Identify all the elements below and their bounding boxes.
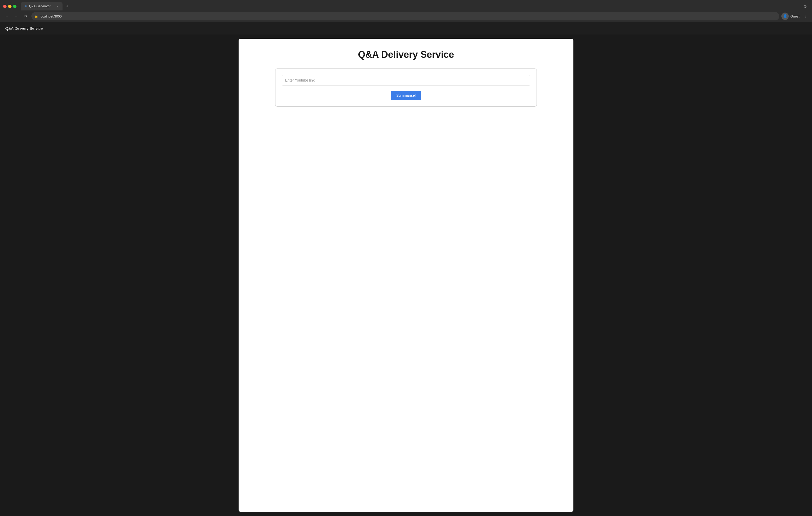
forward-button[interactable]: → <box>12 12 20 20</box>
url-input[interactable] <box>40 14 776 18</box>
summarise-button[interactable]: Summarise! <box>391 91 421 100</box>
page-content: Q&A Delivery Service Summarise! <box>239 39 573 117</box>
page-title: Q&A Delivery Service <box>358 49 454 60</box>
lock-icon: 🔒 <box>34 14 38 18</box>
user-area: 👤 Guest <box>781 12 800 20</box>
browser-content: Q&A Delivery Service Summarise! <box>0 34 812 516</box>
url-bar[interactable]: 🔒 <box>31 12 779 20</box>
reload-button[interactable]: ↻ <box>22 12 29 20</box>
browser-chrome: ⚛ Q&A Generator × + ⊙ ← → ↻ 🔒 👤 Guest ⋮ <box>0 0 812 22</box>
maximize-button[interactable] <box>13 5 17 8</box>
page-container: Q&A Delivery Service Summarise! <box>239 39 573 512</box>
tab-favicon: ⚛ <box>24 4 27 8</box>
form-card: Summarise! <box>275 68 537 107</box>
close-button[interactable] <box>3 5 6 8</box>
tab-close-button[interactable]: × <box>55 4 59 8</box>
user-label: Guest <box>790 14 800 18</box>
app-navbar: Q&A Delivery Service <box>0 22 812 34</box>
address-bar: ← → ↻ 🔒 👤 Guest ⋮ <box>0 10 812 22</box>
app-navbar-title: Q&A Delivery Service <box>5 26 42 31</box>
youtube-link-input[interactable] <box>282 75 530 86</box>
browser-menu-button[interactable]: ⋮ <box>802 12 809 20</box>
active-tab[interactable]: ⚛ Q&A Generator × <box>21 2 62 10</box>
back-button[interactable]: ← <box>3 12 10 20</box>
window-controls <box>3 5 17 8</box>
minimize-button[interactable] <box>8 5 11 8</box>
tab-title: Q&A Generator <box>29 4 54 8</box>
browser-settings-button[interactable]: ⊙ <box>802 3 809 10</box>
new-tab-button[interactable]: + <box>64 3 71 10</box>
user-avatar-icon: 👤 <box>783 14 787 18</box>
tab-bar: ⚛ Q&A Generator × + ⊙ <box>0 0 812 10</box>
user-avatar: 👤 <box>781 12 789 20</box>
